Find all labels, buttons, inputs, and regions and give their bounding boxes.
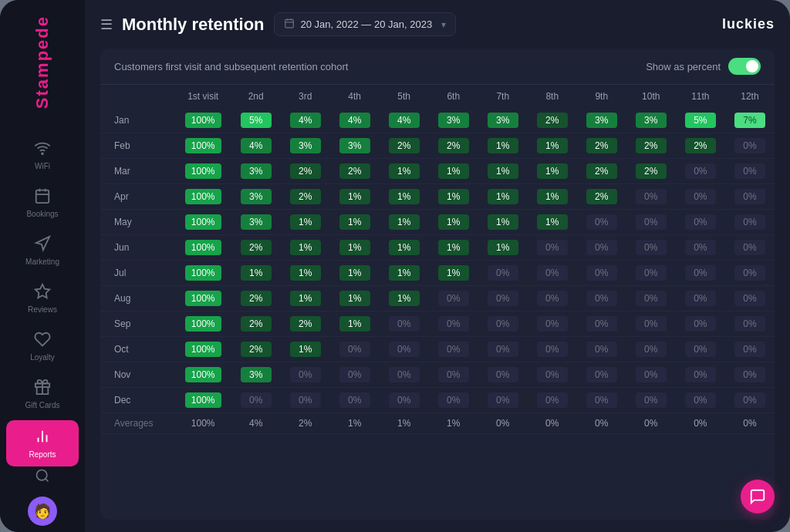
cell-jun-col9: 0% xyxy=(626,235,676,261)
cell-jul-col0: 100% xyxy=(175,261,231,286)
cell-dec-col4: 0% xyxy=(380,388,429,413)
cell-mar-col3: 2% xyxy=(330,159,380,184)
cell-may-col9: 0% xyxy=(626,210,676,235)
cell-nov-col10: 0% xyxy=(676,362,725,388)
cell-oct-col0: 100% xyxy=(175,337,231,362)
sidebar: Stampede WiFi xyxy=(0,0,85,532)
svg-point-12 xyxy=(37,470,47,480)
sidebar-item-bookings[interactable]: Bookings xyxy=(0,180,85,226)
cell-aug-col8: 0% xyxy=(577,286,626,311)
cell-jul-col8: 0% xyxy=(577,261,626,286)
table-row: Dec100%0%0%0%0%0%0%0%0%0%0%0% xyxy=(100,388,775,413)
cell-oct-col6: 0% xyxy=(478,337,528,362)
cell-apr-col5: 1% xyxy=(429,184,478,210)
table-row: Jul100%1%1%1%1%1%0%0%0%0%0%0% xyxy=(100,261,775,286)
averages-cell-8: 0% xyxy=(577,413,626,434)
table-row: Nov100%3%0%0%0%0%0%0%0%0%0%0% xyxy=(100,362,775,388)
cell-apr-col3: 1% xyxy=(330,184,380,210)
averages-cell-7: 0% xyxy=(528,413,577,434)
cell-jul-col1: 1% xyxy=(231,261,281,286)
cell-dec-col10: 0% xyxy=(676,388,725,413)
col-month xyxy=(100,85,175,108)
sidebar-item-reviews[interactable]: Reviews xyxy=(0,275,85,322)
col-12th: 12th xyxy=(725,85,775,108)
reviews-icon xyxy=(34,283,51,302)
cell-nov-col9: 0% xyxy=(626,362,676,388)
retention-table-card: Customers first visit and subsequent ret… xyxy=(100,49,775,520)
cell-feb-col6: 1% xyxy=(478,133,528,159)
table-row: Jun100%2%1%1%1%1%1%0%0%0%0%0% xyxy=(100,235,775,261)
cell-may-col3: 1% xyxy=(330,210,380,235)
sidebar-item-wifi[interactable]: WiFi xyxy=(0,132,85,178)
cell-apr-col2: 2% xyxy=(281,184,330,210)
cell-aug-col7: 0% xyxy=(528,286,577,311)
cell-dec-col1: 0% xyxy=(231,388,281,413)
col-6th: 6th xyxy=(429,85,478,108)
cell-mar-col10: 0% xyxy=(676,159,725,184)
row-month-label: Jul xyxy=(100,261,175,286)
col-5th: 5th xyxy=(380,85,429,108)
cell-jul-col5: 1% xyxy=(429,261,478,286)
col-1st: 1st visit xyxy=(175,85,231,108)
cell-may-col2: 1% xyxy=(281,210,330,235)
cell-jun-col2: 1% xyxy=(281,235,330,261)
cell-mar-col4: 1% xyxy=(380,159,429,184)
search-button[interactable] xyxy=(35,468,50,487)
page-title: Monthly retention xyxy=(122,15,265,35)
row-month-label: Sep xyxy=(100,311,175,337)
averages-cell-10: 0% xyxy=(676,413,725,434)
avatar[interactable]: 🧑 xyxy=(28,497,57,526)
cell-apr-col11: 0% xyxy=(725,184,775,210)
menu-icon[interactable]: ☰ xyxy=(100,16,113,33)
cell-jun-col11: 0% xyxy=(725,235,775,261)
cell-feb-col4: 2% xyxy=(380,133,429,159)
cell-jan-col6: 3% xyxy=(478,108,528,133)
cell-jun-col0: 100% xyxy=(175,235,231,261)
cell-nov-col6: 0% xyxy=(478,362,528,388)
cell-aug-col5: 0% xyxy=(429,286,478,311)
col-2nd: 2nd xyxy=(231,85,281,108)
row-month-label: Apr xyxy=(100,184,175,210)
cell-dec-col0: 100% xyxy=(175,388,231,413)
chat-button[interactable] xyxy=(741,480,775,513)
cell-dec-col6: 0% xyxy=(478,388,528,413)
client-brand: luckies xyxy=(722,16,775,32)
cell-apr-col8: 2% xyxy=(577,184,626,210)
averages-cell-9: 0% xyxy=(626,413,676,434)
wifi-icon xyxy=(34,140,51,159)
cell-jul-col6: 0% xyxy=(478,261,528,286)
sidebar-item-marketing[interactable]: Marketing xyxy=(0,227,85,274)
cell-nov-col0: 100% xyxy=(175,362,231,388)
cell-sep-col5: 0% xyxy=(429,311,478,337)
table-subtitle: Customers first visit and subsequent ret… xyxy=(114,61,348,72)
cell-dec-col2: 0% xyxy=(281,388,330,413)
cell-jul-col7: 0% xyxy=(528,261,577,286)
table-header-bar: Customers first visit and subsequent ret… xyxy=(100,49,775,85)
table-head: 1st visit 2nd 3rd 4th 5th 6th 7th 8th 9t… xyxy=(100,85,775,108)
col-4th: 4th xyxy=(330,85,380,108)
cell-may-col10: 0% xyxy=(676,210,725,235)
cell-nov-col3: 0% xyxy=(330,362,380,388)
percent-toggle[interactable] xyxy=(728,58,761,75)
sidebar-item-loyalty[interactable]: Loyalty xyxy=(0,323,85,369)
cell-jun-col4: 1% xyxy=(380,235,429,261)
svg-rect-1 xyxy=(36,190,49,203)
cell-jun-col1: 2% xyxy=(231,235,281,261)
sidebar-item-reports-label: Reports xyxy=(29,450,56,459)
sidebar-item-reviews-label: Reviews xyxy=(28,305,57,314)
cell-dec-col9: 0% xyxy=(626,388,676,413)
main-content: ☰ Monthly retention 20 Jan, 2022 — 20 Ja… xyxy=(85,0,790,532)
averages-label: Averages xyxy=(100,413,175,434)
cell-sep-col2: 2% xyxy=(281,311,330,337)
cell-mar-col9: 2% xyxy=(626,159,676,184)
sidebar-item-gift-cards[interactable]: Gift Cards xyxy=(0,371,85,417)
table-row: Sep100%2%2%1%0%0%0%0%0%0%0%0% xyxy=(100,311,775,337)
sidebar-item-reports[interactable]: Reports xyxy=(6,420,79,466)
svg-marker-5 xyxy=(36,237,49,250)
row-month-label: Mar xyxy=(100,159,175,184)
cell-mar-col0: 100% xyxy=(175,159,231,184)
svg-line-13 xyxy=(46,479,49,482)
date-filter[interactable]: 20 Jan, 2022 — 20 Jan, 2023 ▾ xyxy=(274,12,457,36)
cell-apr-col6: 1% xyxy=(478,184,528,210)
cell-may-col0: 100% xyxy=(175,210,231,235)
